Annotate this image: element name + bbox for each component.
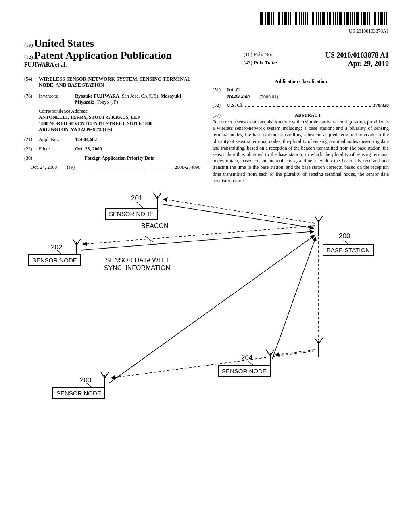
dotted-leader: [94, 164, 172, 169]
correspondence-line1: ANTONELLI, TERRY, STOUT & KRAUS, LLP: [39, 114, 200, 121]
invention-title: WIRELESS SENSOR-NETWORK SYSTEM, SENSING …: [39, 76, 200, 88]
svg-line-0: [163, 199, 315, 223]
inventor-2-loc: , Tokyo (JP): [94, 99, 118, 105]
svg-line-3: [275, 350, 315, 355]
code-57: (57): [213, 112, 227, 118]
us-cl-label: U.S. Cl.: [227, 102, 243, 108]
code-52: (52): [213, 102, 227, 108]
sensor-node-204: SENSOR NODE: [218, 365, 271, 377]
pub-no: US 2010/0103878 A1: [325, 51, 389, 60]
left-column: (54) WIRELESS SENSOR-NETWORK SYSTEM, SEN…: [24, 76, 200, 184]
ref-204: 204: [241, 354, 252, 362]
int-cl-symbol: H04W 4/00: [227, 94, 250, 100]
correspondence-label: Correspondence Address:: [39, 108, 200, 114]
code-54: (54): [24, 76, 39, 88]
code-30: (30): [24, 155, 39, 161]
priority-date: Oct. 24, 2008: [31, 164, 67, 170]
document-header: (19) United States (12) Patent Applicati…: [24, 37, 389, 71]
code-10: (10): [244, 51, 252, 57]
country-name: United States: [34, 37, 94, 49]
inventors-label: Inventors:: [39, 93, 75, 105]
us-cl-value: 370/328: [373, 102, 389, 108]
code-43: (43): [244, 60, 252, 66]
filed-label: Filed:: [39, 146, 75, 152]
abstract-text: To correct a sensor data acquisition tim…: [213, 118, 389, 184]
code-51: (51): [213, 87, 227, 93]
beacon-label: BEACON: [141, 222, 169, 230]
figure-diagram: 201 202 203 204 200 SENSOR NODE SENSOR N…: [24, 192, 389, 418]
base-station-box: BASE STATION: [323, 244, 374, 256]
appl-no-label: Appl. No.:: [39, 137, 75, 143]
inventor-1-name: Ryosuke FUJIWARA: [75, 93, 119, 99]
doc-type: Patent Application Publication: [34, 50, 172, 61]
code-22: (22): [24, 146, 39, 152]
dotted-leader-2: [245, 106, 370, 107]
ref-200: 200: [339, 232, 350, 240]
correspondence-line2: 1300 NORTH SEVENTEENTH STREET, SUITE 180…: [39, 121, 200, 127]
pub-class-heading: Publication Classification: [213, 79, 389, 85]
right-column: Publication Classification (51) Int. Cl.…: [213, 76, 389, 184]
int-cl-year: (2009.01): [259, 94, 278, 100]
svg-line-5: [161, 204, 314, 228]
correspondence-line3: ARLINGTON, VA 22209-3873 (US): [39, 127, 200, 133]
code-19: (19): [24, 42, 33, 48]
appl-no: 12/604,682: [75, 137, 97, 142]
svg-line-2: [111, 351, 315, 378]
ref-202: 202: [51, 243, 62, 251]
sensor-node-202: SENSOR NODE: [28, 254, 81, 266]
priority-number: 2008-274096: [175, 164, 200, 170]
ref-203: 203: [80, 376, 91, 384]
ref-201: 201: [131, 194, 142, 202]
inventors-value: Ryosuke FUJIWARA, San Jose, CA (US); Mas…: [75, 93, 200, 105]
pub-date: Apr. 29, 2010: [348, 60, 389, 68]
sensor-node-201: SENSOR NODE: [105, 208, 158, 220]
code-21: (21): [24, 137, 39, 143]
barcode-text: US 20100103878A1: [24, 28, 389, 34]
svg-line-8: [272, 237, 316, 359]
filed-date: Oct. 23, 2009: [75, 146, 102, 152]
priority-country: (JP): [67, 164, 91, 170]
barcode: [24, 12, 389, 27]
authors-line: FUJIWARA et al.: [24, 62, 172, 68]
int-cl-label: Int. Cl.: [227, 87, 242, 93]
inventor-1-loc: , San Jose, CA (US);: [119, 93, 161, 99]
svg-line-6: [81, 231, 314, 250]
code-12: (12): [24, 54, 33, 60]
priority-heading: Foreign Application Priority Data: [85, 155, 154, 161]
sensor-data-label: SENSOR DATA WITH SYNC. INFORMATION: [97, 256, 177, 272]
sensor-node-203: SENSOR NODE: [52, 387, 105, 399]
pub-no-label: Pub. No.:: [254, 51, 273, 57]
pub-date-label: Pub. Date:: [254, 60, 277, 66]
abstract-heading: ABSTRACT: [227, 112, 389, 118]
code-76: (76): [24, 93, 39, 105]
svg-line-1: [83, 226, 315, 244]
